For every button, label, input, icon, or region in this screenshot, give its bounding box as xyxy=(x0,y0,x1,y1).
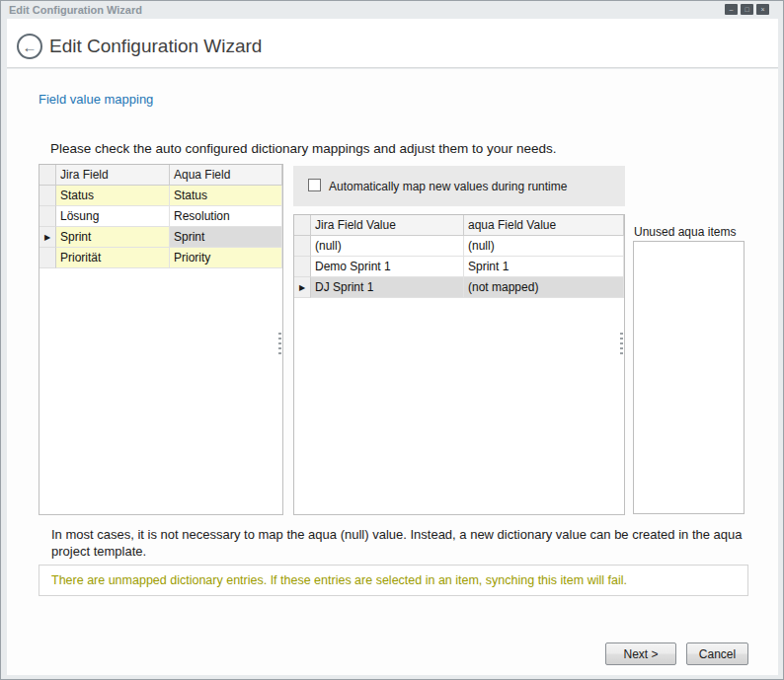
maximize-icon[interactable]: □ xyxy=(741,4,753,15)
column-header-jira-field-value[interactable]: Jira Field Value xyxy=(311,215,464,236)
edit-configuration-wizard-window: Edit Configuration Wizard – □ × ← Edit C… xyxy=(0,0,784,680)
row-selector[interactable] xyxy=(294,236,311,257)
vertical-scrollbar-thumb[interactable] xyxy=(620,333,623,356)
close-icon[interactable]: × xyxy=(756,4,769,15)
back-arrow-icon: ← xyxy=(23,38,38,55)
window-title: Edit Configuration Wizard xyxy=(9,4,142,16)
unused-items-listbox[interactable] xyxy=(633,241,745,514)
note-text: In most cases, it is not necessary to ma… xyxy=(51,526,754,560)
value-table-header-row: Jira Field Value aqua Field Value xyxy=(294,215,624,236)
runtime-mapping-panel: Automatically map new values during runt… xyxy=(293,166,625,206)
jira-field-cell[interactable]: Status xyxy=(56,186,170,206)
column-header-aqua-field[interactable]: Aqua Field xyxy=(170,165,282,186)
step-title: Field value mapping xyxy=(39,92,153,107)
table-row[interactable]: ▶ DJ Sprint 1 (not mapped) xyxy=(294,277,624,298)
column-header-aqua-field-value[interactable]: aqua Field Value xyxy=(464,215,624,236)
jira-value-cell[interactable]: Demo Sprint 1 xyxy=(311,257,464,277)
column-header-jira-field[interactable]: Jira Field xyxy=(56,165,170,186)
table-row[interactable]: Status Status xyxy=(39,186,282,206)
aqua-field-cell[interactable]: Status xyxy=(170,186,282,206)
auto-map-checkbox-label: Automatically map new values during runt… xyxy=(329,180,567,193)
table-row[interactable]: Priorität Priority xyxy=(39,248,282,268)
jira-field-cell[interactable]: Lösung xyxy=(56,206,170,227)
vertical-scrollbar-thumb[interactable] xyxy=(278,333,281,356)
row-selector[interactable] xyxy=(39,206,56,227)
warning-text: There are unmapped dictionary entries. I… xyxy=(51,573,627,587)
current-row-arrow-icon: ▶ xyxy=(44,233,50,242)
table-row[interactable]: Demo Sprint 1 Sprint 1 xyxy=(294,257,624,277)
row-selector[interactable] xyxy=(294,257,311,277)
cancel-button[interactable]: Cancel xyxy=(686,642,748,665)
aqua-field-cell[interactable]: Sprint xyxy=(170,227,282,248)
row-selector[interactable] xyxy=(39,186,56,206)
unused-items-label: Unused aqua items xyxy=(634,225,736,239)
row-selector[interactable] xyxy=(39,248,56,268)
jira-value-cell[interactable]: (null) xyxy=(311,236,464,257)
aqua-value-cell[interactable]: (not mapped) xyxy=(464,277,624,298)
table-row[interactable]: Lösung Resolution xyxy=(39,206,282,227)
row-selector-header xyxy=(39,165,56,186)
row-selector-current[interactable]: ▶ xyxy=(39,227,56,248)
field-mapping-table: Jira Field Aqua Field Status Status Lösu… xyxy=(39,164,283,515)
table-row[interactable]: ▶ Sprint Sprint xyxy=(39,227,282,248)
current-row-arrow-icon: ▶ xyxy=(299,283,305,292)
window-controls: – □ × xyxy=(725,4,769,15)
next-button[interactable]: Next > xyxy=(605,642,676,665)
page-title: Edit Configuration Wizard xyxy=(49,36,262,57)
aqua-field-cell[interactable]: Resolution xyxy=(170,206,282,227)
row-selector-header xyxy=(294,215,311,236)
field-table-header-row: Jira Field Aqua Field xyxy=(39,165,282,186)
jira-value-cell[interactable]: DJ Sprint 1 xyxy=(311,277,464,298)
jira-field-cell[interactable]: Priorität xyxy=(56,248,170,268)
aqua-field-cell[interactable]: Priority xyxy=(170,248,282,268)
value-mapping-table: Jira Field Value aqua Field Value (null)… xyxy=(293,214,625,515)
jira-field-cell[interactable]: Sprint xyxy=(56,227,170,248)
auto-map-checkbox[interactable] xyxy=(308,179,321,191)
aqua-value-cell[interactable]: Sprint 1 xyxy=(464,257,624,277)
row-selector-current[interactable]: ▶ xyxy=(294,277,311,298)
table-row[interactable]: (null) (null) xyxy=(294,236,624,257)
warning-box: There are unmapped dictionary entries. I… xyxy=(39,565,748,596)
back-button[interactable]: ← xyxy=(17,34,42,59)
minimize-icon[interactable]: – xyxy=(725,4,738,15)
aqua-value-cell[interactable]: (null) xyxy=(464,236,624,257)
instruction-text: Please check the auto configured diction… xyxy=(50,141,557,156)
